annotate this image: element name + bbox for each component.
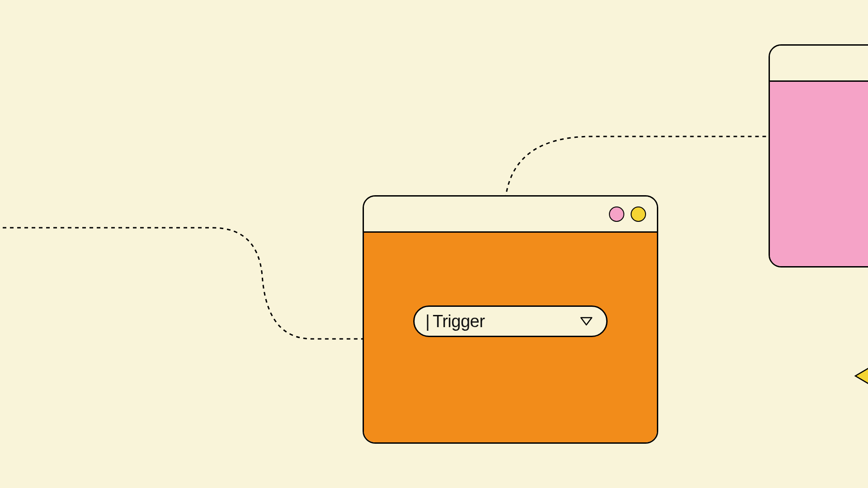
window-control-dot-yellow[interactable]: [631, 206, 646, 222]
window-body: | Trigger: [364, 233, 657, 442]
svg-marker-0: [581, 318, 592, 325]
accent-shape: [853, 367, 868, 385]
text-cursor-icon: |: [425, 312, 430, 331]
dropdown-label: Trigger: [433, 312, 577, 331]
trigger-window[interactable]: | Trigger: [363, 195, 658, 444]
action-window[interactable]: | Ac: [769, 44, 868, 267]
svg-marker-2: [855, 367, 868, 385]
trigger-dropdown[interactable]: | Trigger: [413, 305, 608, 337]
window-control-dot-pink[interactable]: [609, 206, 624, 222]
chevron-down-icon: [580, 317, 593, 326]
connector-left: [0, 221, 366, 348]
window-titlebar: [770, 46, 868, 82]
window-body: | Ac: [770, 82, 868, 266]
window-titlebar: [364, 197, 657, 233]
